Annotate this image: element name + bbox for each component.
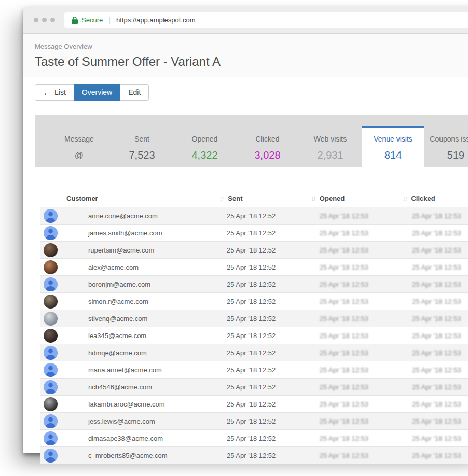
lock-icon — [72, 17, 78, 24]
sent-cell: 25 Apr '18 12:52 — [212, 417, 305, 425]
table-row[interactable]: hdmqe@acme.com 25 Apr '18 12:52 25 Apr '… — [40, 344, 468, 361]
customer-cell: lea345@acme.com — [40, 329, 212, 343]
clicked-cell: 25 Apr '18 12:53 — [397, 417, 468, 425]
opened-cell: 25 Apr '18 12:53 — [305, 435, 398, 442]
clicked-cell: 25 Apr '18 12:53 — [397, 229, 468, 237]
stat-value: 814 — [362, 149, 424, 161]
sort-icon[interactable]: ↓↑ — [402, 195, 406, 202]
table-row[interactable]: james.smith@acme.com 25 Apr '18 12:52 25… — [40, 225, 468, 242]
sent-cell: 25 Apr '18 12:52 — [212, 366, 305, 374]
avatar — [44, 226, 58, 240]
stat-tab[interactable]: Coupons issued 519 — [424, 115, 468, 167]
stat-label: Clicked — [236, 134, 299, 144]
address-bar[interactable]: Secure | https://app.amplespot.com — [64, 12, 468, 28]
stat-tab[interactable]: Opened 4,322 — [173, 115, 236, 167]
column-header-opened-label: Opened — [320, 194, 345, 202]
opened-cell: 25 Apr '18 12:53 — [305, 281, 398, 288]
edit-button[interactable]: Edit — [120, 84, 149, 101]
customer-email: boronjm@acme.com — [88, 281, 150, 288]
table-row[interactable]: stivenq@acme.com 25 Apr '18 12:52 25 Apr… — [40, 310, 468, 327]
table-row[interactable]: jess.lewis@acme.com 25 Apr '18 12:52 25 … — [40, 413, 468, 430]
customer-email: anne.cone@acme.com — [88, 212, 158, 220]
sent-cell: 25 Apr '18 12:52 — [212, 315, 305, 323]
clicked-cell: 25 Apr '18 12:53 — [397, 400, 468, 408]
customer-cell: jess.lewis@acme.com — [40, 414, 212, 428]
stat-value: 519 — [424, 149, 468, 161]
avatar — [44, 209, 58, 223]
stat-value: 3,028 — [236, 149, 299, 161]
opened-cell: 25 Apr '18 12:53 — [305, 263, 398, 271]
customer-email: stivenq@acme.com — [88, 315, 147, 323]
clicked-cell: 25 Apr '18 12:53 — [397, 212, 468, 220]
column-header-clicked[interactable]: ↓↑ Clicked — [398, 194, 468, 202]
opened-cell: 25 Apr '18 12:53 — [305, 349, 398, 357]
window-control-dot[interactable] — [34, 18, 38, 22]
table-row[interactable]: rupertsim@acme.com 25 Apr '18 12:52 25 A… — [40, 242, 468, 259]
customer-email: maria.annet@acme.com — [88, 366, 162, 374]
stat-value: 7,523 — [111, 149, 173, 161]
customer-email: simon.r@acme.com — [88, 298, 148, 305]
stat-tab[interactable]: Sent 7,523 — [111, 115, 173, 167]
sent-cell: 25 Apr '18 12:52 — [212, 229, 305, 237]
window-control-dot[interactable] — [42, 18, 47, 22]
customer-table: Customer ↓↑ Sent ↓↑ Opened ↓↑ Clicked an… — [40, 190, 468, 464]
list-button[interactable]: ← List — [35, 84, 74, 101]
window-controls — [34, 18, 55, 22]
overview-button[interactable]: Overview — [74, 84, 120, 101]
sort-icon[interactable]: ↓↑ — [219, 195, 223, 202]
column-header-opened[interactable]: ↓↑ Opened — [307, 194, 399, 202]
avatar — [44, 414, 58, 428]
customer-email: c_mroberts85@acme.com — [88, 452, 168, 459]
table-row[interactable]: maria.annet@acme.com 25 Apr '18 12:52 25… — [40, 361, 468, 379]
table-row[interactable]: anne.cone@acme.com 25 Apr '18 12:52 25 A… — [40, 207, 468, 225]
avatar — [44, 329, 58, 343]
avatar — [44, 277, 58, 291]
secure-label: Secure — [81, 16, 103, 24]
customer-email: james.smith@acme.com — [88, 229, 162, 237]
customer-email: jess.lewis@acme.com — [88, 417, 155, 425]
customer-cell: dimasape38@acme.com — [40, 431, 212, 445]
stat-value: @ — [48, 149, 111, 161]
clicked-cell: 25 Apr '18 12:53 — [397, 281, 468, 288]
stat-tab[interactable]: Message @ — [48, 115, 111, 167]
sent-cell: 25 Apr '18 12:52 — [212, 400, 305, 408]
table-row[interactable]: dimasape38@acme.com 25 Apr '18 12:52 25 … — [40, 430, 468, 447]
window-control-dot[interactable] — [50, 18, 55, 22]
customer-cell: james.smith@acme.com — [40, 226, 212, 240]
stat-label: Venue visits — [362, 134, 424, 144]
avatar — [44, 449, 58, 463]
avatar — [44, 312, 58, 326]
table-row[interactable]: rich4546@acme.com 25 Apr '18 12:52 25 Ap… — [40, 379, 468, 396]
customer-cell: c_mroberts85@acme.com — [40, 449, 212, 463]
table-body: anne.cone@acme.com 25 Apr '18 12:52 25 A… — [40, 207, 468, 464]
customer-cell: fakambi.aroc@acme.com — [40, 397, 212, 411]
page-header: Message Overview Taste of Summer Offer -… — [23, 34, 468, 77]
clicked-cell: 25 Apr '18 12:53 — [397, 298, 468, 305]
table-row[interactable]: lea345@acme.com 25 Apr '18 12:52 25 Apr … — [40, 327, 468, 344]
sort-icon[interactable]: ↓↑ — [311, 195, 315, 202]
customer-email: rupertsim@acme.com — [88, 246, 154, 254]
customer-cell: stivenq@acme.com — [40, 312, 212, 326]
list-button-label: List — [54, 88, 66, 96]
edit-button-label: Edit — [128, 88, 141, 96]
url-text: https://app.amplespot.com — [116, 16, 195, 24]
sent-cell: 25 Apr '18 12:52 — [212, 332, 305, 340]
sent-cell: 25 Apr '18 12:52 — [212, 246, 305, 254]
stat-tab[interactable]: Venue visits 814 — [362, 126, 424, 171]
table-row[interactable]: alex@acme.com 25 Apr '18 12:52 25 Apr '1… — [40, 259, 468, 276]
stat-label: Message — [48, 134, 111, 144]
customer-cell: simon.r@acme.com — [40, 295, 212, 309]
stat-tab[interactable]: Web visits 2,931 — [299, 115, 362, 167]
avatar — [44, 380, 58, 394]
table-row[interactable]: boronjm@acme.com 25 Apr '18 12:52 25 Apr… — [40, 276, 468, 293]
stat-tab[interactable]: Clicked 3,028 — [236, 115, 299, 167]
table-row[interactable]: c_mroberts85@acme.com 25 Apr '18 12:52 2… — [40, 447, 468, 464]
column-header-sent-label: Sent — [228, 194, 242, 202]
table-row[interactable]: fakambi.aroc@acme.com 25 Apr '18 12:52 2… — [40, 396, 468, 413]
avatar — [44, 260, 58, 274]
column-header-clicked-label: Clicked — [411, 194, 435, 202]
column-header-sent[interactable]: ↓↑ Sent — [215, 194, 307, 202]
customer-cell: boronjm@acme.com — [40, 277, 212, 291]
customer-cell: hdmqe@acme.com — [40, 346, 212, 360]
table-row[interactable]: simon.r@acme.com 25 Apr '18 12:52 25 Apr… — [40, 293, 468, 310]
